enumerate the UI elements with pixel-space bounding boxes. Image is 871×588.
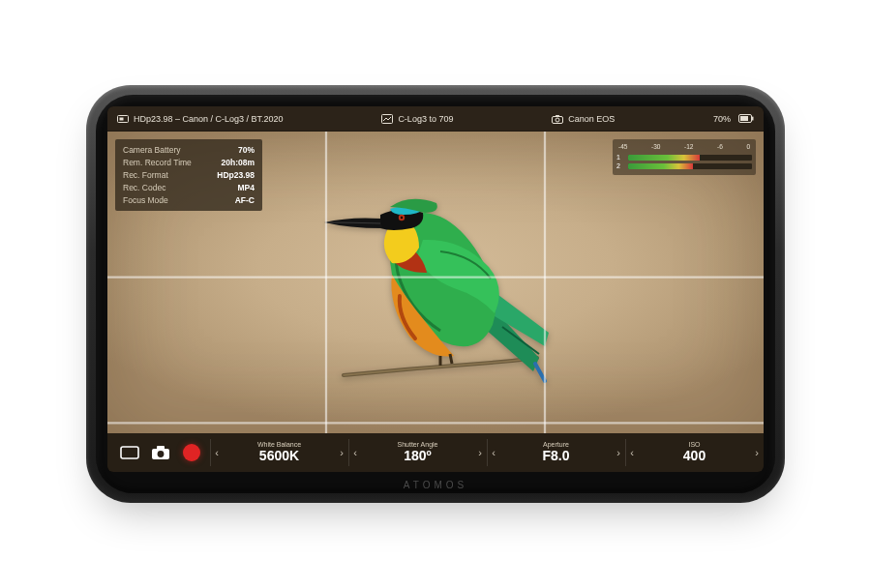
- crop-icon[interactable]: [119, 442, 140, 463]
- battery-icon: [738, 114, 754, 123]
- top-status-bar[interactable]: HDp23.98 – Canon / C-Log3 / BT.2020 C-Lo…: [107, 106, 764, 132]
- audio-meters-panel[interactable]: -45 -30 -12 -6 0 1 2: [613, 139, 756, 175]
- svg-rect-1: [120, 117, 124, 120]
- camera-text: Canon EOS: [568, 114, 615, 124]
- svg-point-4: [556, 118, 559, 122]
- svg-point-10: [401, 217, 403, 219]
- format-text: HDp23.98 – Canon / C-Log3 / BT.2020: [134, 114, 284, 124]
- brand-wordmark: ATOMOS: [96, 480, 775, 490]
- camera-chip[interactable]: Canon EOS: [552, 114, 615, 124]
- svg-rect-7: [752, 117, 754, 121]
- param-value: 180º: [404, 448, 431, 463]
- chevron-right-icon[interactable]: ›: [335, 447, 348, 458]
- param-value: F8.0: [542, 448, 569, 463]
- svg-rect-15: [121, 447, 138, 458]
- info-label: Camera Battery: [123, 145, 196, 155]
- chevron-left-icon[interactable]: ‹: [348, 447, 362, 458]
- chevron-right-icon[interactable]: ›: [750, 447, 764, 458]
- info-label: Rec. Format: [123, 170, 196, 180]
- param-aperture[interactable]: ‹ Aperture F8.0 ›: [487, 433, 625, 472]
- bottom-toolbar[interactable]: ‹ White Balance 5600K › ‹ Shutter Angle …: [107, 433, 764, 472]
- device-bezel: HDp23.98 – Canon / C-Log3 / BT.2020 C-Lo…: [96, 95, 775, 493]
- info-label: Rec. Codec: [123, 183, 196, 192]
- format-chip[interactable]: HDp23.98 – Canon / C-Log3 / BT.2020: [117, 114, 284, 124]
- lut-text: C-Log3 to 709: [398, 114, 453, 124]
- svg-point-18: [158, 451, 165, 457]
- param-value: 5600K: [259, 448, 299, 463]
- param-label: White Balance: [224, 441, 335, 448]
- info-value: MP4: [212, 183, 255, 192]
- live-view[interactable]: Camera Battery 70% Rem. Record Time 20h:…: [107, 132, 764, 433]
- param-label: Shutter Angle: [362, 441, 473, 448]
- device-shell: HDp23.98 – Canon / C-Log3 / BT.2020 C-Lo…: [86, 85, 785, 503]
- param-label: Aperture: [500, 441, 612, 448]
- lut-icon: [381, 114, 393, 124]
- battery-text: 70%: [713, 114, 731, 124]
- info-value: 70%: [212, 145, 255, 155]
- info-label: Rem. Record Time: [123, 158, 196, 167]
- audio-channel-2: 2: [616, 162, 752, 169]
- svg-rect-8: [740, 116, 748, 121]
- info-label: Focus Mode: [123, 195, 196, 205]
- param-label: ISO: [639, 441, 750, 448]
- camera-icon[interactable]: [150, 442, 171, 463]
- video-format-icon: [117, 114, 129, 124]
- info-value: HDp23.98: [212, 170, 255, 180]
- subject-bird: [295, 151, 576, 402]
- param-white-balance[interactable]: ‹ White Balance 5600K ›: [210, 433, 348, 472]
- audio-channel-1: 1: [616, 154, 752, 161]
- chevron-left-icon[interactable]: ‹: [487, 447, 500, 458]
- chevron-right-icon[interactable]: ›: [473, 447, 487, 458]
- camera-info-panel[interactable]: Camera Battery 70% Rem. Record Time 20h:…: [115, 139, 262, 211]
- chevron-right-icon[interactable]: ›: [612, 447, 625, 458]
- info-value: AF-C: [212, 195, 255, 205]
- record-button[interactable]: [181, 442, 202, 463]
- chevron-left-icon[interactable]: ‹: [625, 447, 639, 458]
- svg-rect-5: [556, 115, 559, 117]
- param-strip: ‹ White Balance 5600K › ‹ Shutter Angle …: [210, 433, 764, 472]
- touchscreen[interactable]: HDp23.98 – Canon / C-Log3 / BT.2020 C-Lo…: [107, 106, 764, 472]
- info-value: 20h:08m: [212, 158, 255, 167]
- chevron-left-icon[interactable]: ‹: [210, 447, 224, 458]
- param-value: 400: [683, 448, 706, 463]
- svg-rect-17: [157, 446, 165, 450]
- camera-icon: [552, 114, 563, 124]
- param-shutter-angle[interactable]: ‹ Shutter Angle 180º ›: [348, 433, 487, 472]
- lut-chip[interactable]: C-Log3 to 709: [381, 114, 453, 124]
- param-iso[interactable]: ‹ ISO 400 ›: [625, 433, 764, 472]
- audio-scale: -45 -30 -12 -6 0: [616, 143, 752, 152]
